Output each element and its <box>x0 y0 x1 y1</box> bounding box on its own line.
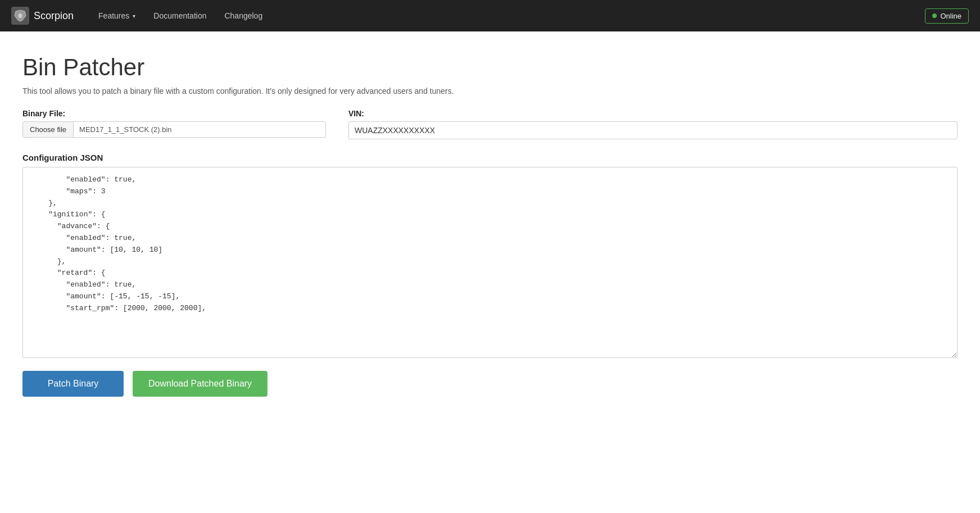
config-section: Configuration JSON <box>22 153 958 360</box>
brand-label: Scorpion <box>34 10 74 22</box>
navbar: Scorpion Features ▾ Documentation Change… <box>0 0 980 31</box>
page-description: This tool allows you to patch a binary f… <box>22 87 958 96</box>
page-title: Bin Patcher <box>22 54 958 81</box>
nav-documentation[interactable]: Documentation <box>146 7 214 25</box>
config-json-textarea[interactable] <box>22 167 958 358</box>
file-input-wrapper: Choose file MED17_1_1_STOCK (2).bin <box>22 121 326 138</box>
status-label: Online <box>940 12 961 20</box>
vin-label: VIN: <box>348 109 958 118</box>
brand-icon <box>11 7 29 25</box>
nav-links: Features ▾ Documentation Changelog <box>90 7 925 25</box>
vin-group: VIN: <box>348 109 958 139</box>
choose-file-button[interactable]: Choose file <box>23 122 74 137</box>
binary-file-label: Binary File: <box>22 109 326 118</box>
download-patched-binary-button[interactable]: Download Patched Binary <box>133 371 267 397</box>
brand[interactable]: Scorpion <box>11 7 74 25</box>
status-indicator <box>932 13 937 18</box>
online-status: Online <box>925 8 969 24</box>
main-content: Bin Patcher This tool allows you to patc… <box>0 31 980 414</box>
file-name-display: MED17_1_1_STOCK (2).bin <box>74 122 178 137</box>
button-row: Patch Binary Download Patched Binary <box>22 371 958 397</box>
nav-changelog[interactable]: Changelog <box>216 7 270 25</box>
vin-input[interactable] <box>348 121 958 139</box>
config-label: Configuration JSON <box>22 153 958 162</box>
binary-file-group: Binary File: Choose file MED17_1_1_STOCK… <box>22 109 326 138</box>
form-row: Binary File: Choose file MED17_1_1_STOCK… <box>22 109 958 139</box>
chevron-down-icon: ▾ <box>133 13 135 19</box>
patch-binary-button[interactable]: Patch Binary <box>22 371 124 397</box>
nav-features[interactable]: Features ▾ <box>90 7 143 25</box>
